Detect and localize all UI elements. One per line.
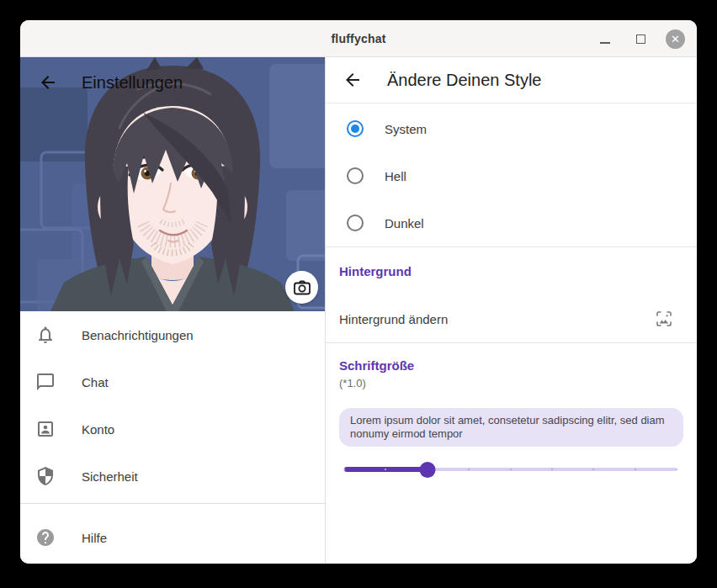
shield-icon [35, 466, 56, 486]
style-panel-header: Ändere Deinen Style [326, 57, 697, 103]
radio-label: Hell [385, 169, 406, 183]
window-title: fluffychat [332, 32, 386, 45]
bell-icon [35, 325, 56, 345]
style-panel: Ändere Deinen Style System Hell Dunkel H… [326, 57, 697, 564]
sidebar-item-benachrichtigungen[interactable]: Benachrichtigungen [20, 311, 325, 358]
account-box-icon [35, 419, 56, 439]
radio-selected-icon [347, 120, 364, 137]
theme-option-hell[interactable]: Hell [326, 152, 697, 199]
sidebar-item-sicherheit[interactable]: Sicherheit [20, 453, 325, 500]
sidebar-header: Einstellungen [20, 69, 325, 96]
sidebar-divider [20, 503, 325, 504]
settings-sidebar: Einstellungen Benachrichtigungen [20, 57, 326, 564]
sidebar-item-label: Chat [82, 375, 109, 389]
maximize-icon [636, 34, 645, 44]
image-icon [655, 310, 673, 328]
sidebar-item-label: Konto [82, 422, 114, 437]
help-icon [35, 527, 56, 548]
minimize-button[interactable] [595, 29, 615, 49]
section-divider [326, 246, 697, 247]
radio-label: Dunkel [385, 216, 424, 230]
sidebar-title: Einstellungen [82, 73, 183, 93]
app-window: fluffychat ✕ [20, 20, 697, 564]
close-button[interactable]: ✕ [666, 29, 685, 49]
font-preview-text: Lorem ipsum dolor sit amet, consetetur s… [339, 408, 683, 447]
sidebar-item-label: Hilfe [82, 531, 107, 545]
change-avatar-button[interactable] [285, 271, 318, 304]
sidebar-item-label: Sicherheit [82, 469, 138, 484]
section-divider [326, 342, 697, 343]
titlebar: fluffychat ✕ [20, 20, 697, 57]
change-background-label: Hintergrund ändern [339, 312, 655, 326]
radio-unselected-icon [347, 215, 364, 231]
theme-option-dunkel[interactable]: Dunkel [326, 199, 697, 246]
theme-option-system[interactable]: System [326, 105, 697, 152]
change-background-row[interactable]: Hintergrund ändern [326, 295, 697, 342]
sidebar-item-label: Benachrichtigungen [82, 328, 194, 342]
window-controls: ✕ [595, 20, 685, 57]
sidebar-item-chat[interactable]: Chat [20, 358, 325, 405]
radio-label: System [385, 122, 427, 136]
profile-avatar[interactable]: Einstellungen [20, 57, 325, 311]
sidebar-item-hilfe[interactable]: Hilfe [20, 514, 325, 561]
back-icon[interactable] [38, 72, 58, 93]
font-scale-value: (*1.0) [339, 375, 697, 392]
sidebar-item-konto[interactable]: Konto [20, 405, 325, 453]
font-size-slider[interactable] [344, 461, 677, 478]
settings-menu: Benachrichtigungen Chat Konto Sic [20, 311, 325, 561]
slider-ticks [344, 461, 677, 478]
minimize-icon [600, 42, 610, 44]
background-section-header: Hintergrund [339, 262, 697, 281]
close-icon: ✕ [671, 34, 680, 45]
chat-bubble-icon [35, 372, 56, 392]
page-title: Ändere Deinen Style [387, 71, 541, 90]
slider-thumb[interactable] [419, 462, 435, 478]
radio-unselected-icon [347, 167, 364, 184]
theme-radio-group: System Hell Dunkel [326, 103, 697, 246]
font-size-section-header: Schriftgröße [339, 357, 697, 375]
back-icon[interactable] [343, 70, 363, 90]
camera-icon [292, 278, 312, 298]
maximize-button[interactable] [630, 29, 651, 49]
